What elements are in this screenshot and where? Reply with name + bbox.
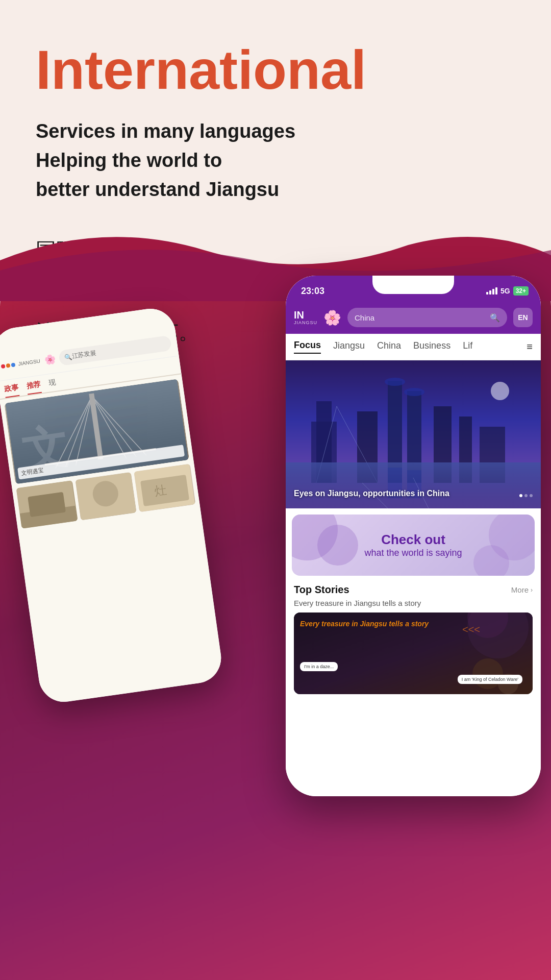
tab-china[interactable]: China xyxy=(377,340,401,353)
tab-jiangsu[interactable]: Jiangsu xyxy=(333,340,365,353)
svg-text:灶: 灶 xyxy=(154,483,168,498)
tab-focus[interactable]: Focus xyxy=(294,340,321,354)
svg-point-26 xyxy=(404,388,424,396)
phones-container: JIANGSU 🌸 🔍 江苏发展 政事 推荐 现 xyxy=(0,265,551,980)
svg-point-20 xyxy=(491,382,509,400)
hero-carousel-dots xyxy=(519,494,533,497)
phone-front-inner: 23:03 5G 32+ IN JIANGSU xyxy=(286,276,541,796)
status-time: 23:03 xyxy=(301,286,324,297)
battery-badge: 32+ xyxy=(513,286,529,296)
back-search-text: 江苏发展 xyxy=(71,349,97,361)
nav-tabs-bar: Focus Jiangsu China Business Lif ≡ xyxy=(286,334,541,360)
back-tab-section[interactable]: 政事 xyxy=(4,383,19,398)
back-tab-recommend[interactable]: 推荐 xyxy=(26,380,42,395)
in-jiangsu-logo: IN JIANGSU xyxy=(294,310,317,325)
search-value: China xyxy=(355,313,486,322)
tab-business[interactable]: Business xyxy=(413,340,450,353)
checkout-subtitle: what the world is saying xyxy=(364,548,462,558)
status-icons: 5G 32+ xyxy=(486,286,529,296)
back-jiangsu-label: JIANGSU xyxy=(18,358,40,367)
back-small-3: 灶 xyxy=(134,464,196,512)
back-logo-dots xyxy=(1,362,16,369)
language-badge[interactable]: EN xyxy=(513,308,533,327)
jiangsu-logo-text: JIANGSU xyxy=(294,320,317,325)
stories-title-label: Top Stories xyxy=(294,584,349,596)
checkout-title: Check out xyxy=(381,532,445,548)
front-header: IN JIANGSU 🌸 China 🔍 EN xyxy=(286,301,541,334)
back-logo-char: 🌸 xyxy=(43,353,56,366)
stories-description: Every treasure in Jiangsu tells a story xyxy=(294,599,533,607)
phone-back-inner: JIANGSU 🌸 🔍 江苏发展 政事 推荐 现 xyxy=(0,306,224,705)
flower-icon: 🌸 xyxy=(323,309,341,326)
5g-badge: 5G xyxy=(500,287,510,295)
search-icon: 🔍 xyxy=(490,313,500,323)
phone-notch xyxy=(372,276,454,294)
checkout-card[interactable]: Check out what the world is saying xyxy=(292,514,535,576)
deco-circle-2 xyxy=(317,525,358,566)
story-thumbnail[interactable]: <<< Every treasure in Jiangsu tells a st… xyxy=(294,612,533,694)
stories-more-btn[interactable]: More › xyxy=(511,585,533,594)
svg-point-25 xyxy=(385,378,405,386)
back-tab-xian[interactable]: 现 xyxy=(48,378,57,392)
main-title: International xyxy=(36,41,515,99)
subtitle-en: Services in many languages Helping the w… xyxy=(36,117,515,204)
back-content: 文 文明遇宝 xyxy=(0,374,200,533)
story-overlay-text: Every treasure in Jiangsu tells a story xyxy=(300,619,492,629)
back-small-1 xyxy=(16,480,78,529)
back-small-2 xyxy=(75,472,137,521)
hamburger-icon[interactable]: ≡ xyxy=(527,341,533,353)
app-icon: 🌸 xyxy=(323,309,341,326)
in-logo-text: IN xyxy=(294,310,304,320)
signal-bars-icon xyxy=(486,287,497,295)
hero-card: Eyes on Jiangsu, opportunities in China xyxy=(286,360,541,508)
search-bar[interactable]: China 🔍 xyxy=(347,308,507,327)
phone-front: 23:03 5G 32+ IN JIANGSU xyxy=(286,276,541,796)
phone-back: JIANGSU 🌸 🔍 江苏发展 政事 推荐 现 xyxy=(0,306,224,705)
hero-caption: Eyes on Jiangsu, opportunities in China xyxy=(294,489,520,498)
stories-header: Top Stories More › xyxy=(294,584,533,596)
speech-bubble-2: I am 'King of Celadon Ware' xyxy=(458,675,522,684)
speech-bubble-1: I'm in a daze... xyxy=(300,662,338,671)
chevron-right-icon: › xyxy=(531,586,533,594)
tab-lif[interactable]: Lif xyxy=(463,340,472,353)
back-logo: JIANGSU xyxy=(1,358,40,370)
top-stories-section: Top Stories More › Every treasure in Jia… xyxy=(286,576,541,698)
